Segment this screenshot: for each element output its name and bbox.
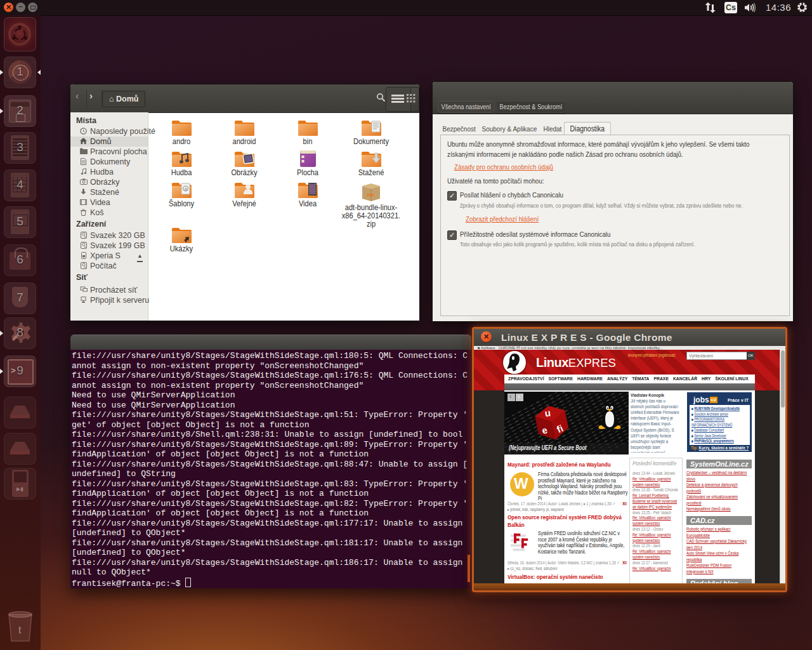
svg-text:a: a <box>184 186 187 192</box>
svg-text:t: t <box>18 625 22 635</box>
svg-text:zip: zip <box>367 192 374 197</box>
